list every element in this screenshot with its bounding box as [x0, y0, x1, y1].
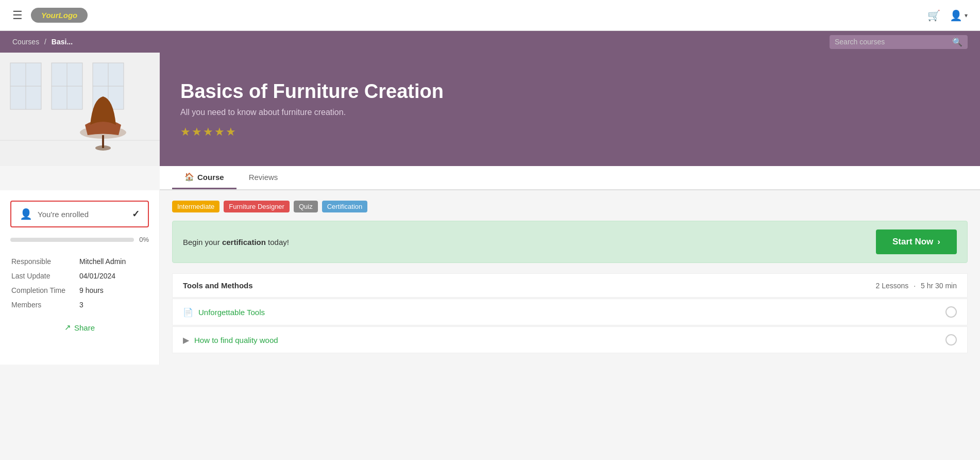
top-nav: ☰ YourLogo 🛒 👤 ▾	[0, 0, 980, 31]
svg-point-13	[95, 145, 111, 151]
lesson-left: 📄 Unforgettable Tools	[183, 307, 265, 317]
tab-reviews-label: Reviews	[249, 173, 278, 182]
breadcrumb-current: Basi...	[52, 38, 73, 46]
course-title: Basics of Furniture Creation	[180, 80, 959, 103]
meta-value-members: 3	[79, 298, 148, 311]
hero-section: Basics of Furniture Creation All you nee…	[0, 53, 980, 166]
enrolled-check-icon: ✓	[132, 208, 140, 220]
lesson-link-2[interactable]: How to find quality wood	[194, 336, 278, 344]
main-layout: 👤 You're enrolled ✓ 0% Responsible Mitch…	[0, 190, 980, 365]
tag-intermediate[interactable]: Intermediate	[172, 201, 219, 212]
lesson-left: ▶ How to find quality wood	[183, 335, 278, 345]
share-label: Share	[74, 323, 95, 332]
breadcrumb: Courses / Basi...	[12, 38, 73, 46]
tab-reviews[interactable]: Reviews	[236, 166, 291, 189]
meta-value-completion: 9 hours	[79, 284, 148, 297]
meta-label-members: Members	[11, 298, 78, 311]
home-icon: 🏠	[184, 172, 194, 182]
lesson-completion-circle-2	[945, 334, 957, 346]
breadcrumb-courses-link[interactable]: Courses	[12, 38, 39, 46]
progress-percentage: 0%	[139, 236, 149, 243]
nav-left: ☰ YourLogo	[12, 8, 88, 23]
table-row: Completion Time 9 hours	[11, 284, 148, 297]
breadcrumb-separator: /	[44, 38, 46, 46]
hero-content: Basics of Furniture Creation All you nee…	[160, 53, 980, 166]
meta-value-last-update: 04/01/2024	[79, 269, 148, 283]
tag-furniture-designer[interactable]: Furniture Designer	[224, 201, 290, 212]
enrolled-user-icon: 👤	[20, 208, 32, 220]
cert-text-after: today!	[266, 238, 289, 247]
user-menu[interactable]: 👤 ▾	[950, 9, 968, 22]
course-subtitle: All you need to know about furniture cre…	[180, 108, 959, 117]
tabs-bar: 🏠 Course Reviews	[160, 166, 980, 190]
lesson-row: 📄 Unforgettable Tools	[172, 299, 968, 325]
sidebar: 👤 You're enrolled ✓ 0% Responsible Mitch…	[0, 190, 160, 365]
tag-quiz[interactable]: Quiz	[294, 201, 318, 212]
breadcrumb-bar: Courses / Basi... 🔍	[0, 31, 980, 53]
content-area: Intermediate Furniture Designer Quiz Cer…	[160, 190, 980, 365]
search-icon[interactable]: 🔍	[952, 37, 962, 47]
lesson-link-1[interactable]: Unforgettable Tools	[198, 308, 265, 317]
table-row: Members 3	[11, 298, 148, 311]
section-duration: 5 hr 30 min	[921, 282, 957, 290]
lesson-row: ▶ How to find quality wood	[172, 326, 968, 353]
share-icon: ↗	[64, 323, 71, 332]
section-row[interactable]: Tools and Methods 2 Lessons · 5 hr 30 mi…	[172, 273, 968, 298]
hero-image	[0, 53, 160, 166]
start-now-arrow: ›	[937, 237, 940, 247]
lesson-completion-circle-1	[945, 306, 957, 318]
section-meta: 2 Lessons · 5 hr 30 min	[875, 282, 957, 290]
enrolled-left: 👤 You're enrolled	[20, 208, 89, 220]
table-row: Responsible Mitchell Admin	[11, 255, 148, 268]
nav-right: 🛒 👤 ▾	[927, 9, 968, 22]
video-icon: ▶	[183, 335, 189, 345]
user-icon: 👤	[950, 9, 962, 22]
meta-table: Responsible Mitchell Admin Last Update 0…	[10, 254, 149, 313]
cert-text-bold: certification	[222, 238, 266, 247]
meta-value-responsible: Mitchell Admin	[79, 255, 148, 268]
meta-label-last-update: Last Update	[11, 269, 78, 283]
document-icon: 📄	[183, 307, 193, 317]
search-input[interactable]	[835, 38, 948, 46]
logo: YourLogo	[31, 8, 88, 23]
progress-bar-wrap: 0%	[10, 236, 149, 243]
share-button[interactable]: ↗ Share	[10, 323, 149, 332]
progress-bar-bg	[10, 238, 134, 242]
cart-icon[interactable]: 🛒	[927, 9, 940, 22]
course-rating: ★★★★★	[180, 125, 959, 139]
start-now-button[interactable]: Start Now ›	[876, 229, 957, 254]
certification-banner: Begin your certification today! Start No…	[172, 221, 968, 263]
tag-certification[interactable]: Certification	[322, 201, 368, 212]
meta-label-responsible: Responsible	[11, 255, 78, 268]
tab-course-label: Course	[197, 173, 224, 182]
search-box[interactable]: 🔍	[830, 35, 968, 49]
cert-banner-text: Begin your certification today!	[183, 238, 289, 247]
tab-course[interactable]: 🏠 Course	[172, 166, 236, 189]
caret-icon: ▾	[965, 12, 968, 19]
lessons-count: 2 Lessons	[875, 282, 908, 290]
meta-label-completion: Completion Time	[11, 284, 78, 297]
meta-dot: ·	[914, 282, 918, 290]
enrolled-box: 👤 You're enrolled ✓	[10, 201, 149, 227]
start-now-label: Start Now	[892, 237, 933, 247]
hamburger-icon[interactable]: ☰	[12, 9, 23, 22]
enrolled-text: You're enrolled	[38, 210, 89, 219]
course-thumbnail-svg	[0, 53, 160, 166]
table-row: Last Update 04/01/2024	[11, 269, 148, 283]
section-title: Tools and Methods	[183, 281, 253, 290]
tags-container: Intermediate Furniture Designer Quiz Cer…	[172, 201, 968, 212]
cert-text-before: Begin your	[183, 238, 222, 247]
